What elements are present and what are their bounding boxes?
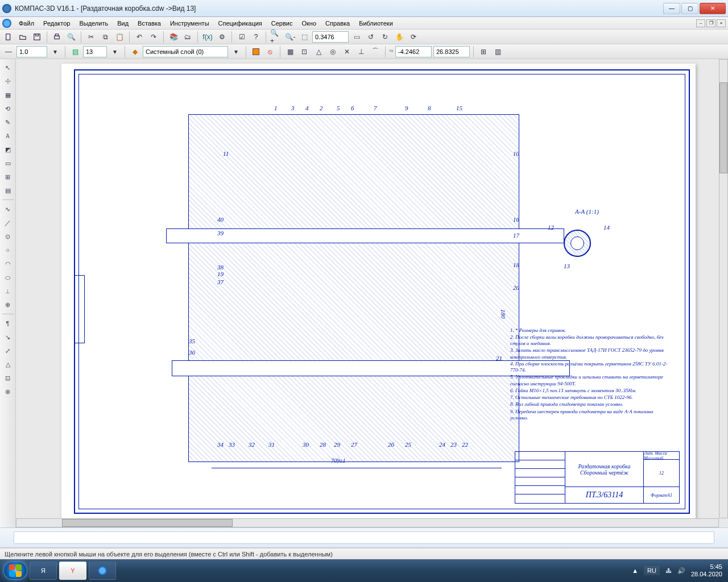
taskbar-app-yandex2[interactable]: Y [59,562,86,580]
line-width-combo[interactable] [16,46,47,57]
menu-libraries[interactable]: Библиотеки [355,19,397,28]
lt-dim-icon[interactable]: ↘ [2,331,14,343]
taskbar-app-yandex1[interactable]: Я [30,562,57,580]
taskbar-app-kompas[interactable] [89,562,116,580]
manager-button[interactable]: 🗂 [181,31,194,43]
new-doc-button[interactable] [2,31,15,43]
layer-combo[interactable] [143,46,228,57]
cut-button[interactable]: ✂ [85,31,97,43]
menu-help[interactable]: Справка [321,19,354,28]
horizontal-scrollbar[interactable] [16,518,719,527]
zoom-prev-button[interactable]: ↺ [365,31,377,43]
lt-spline-icon[interactable]: ∿ [2,203,14,215]
lt-frame-icon[interactable]: ⊡ [2,372,14,384]
help-button[interactable]: ? [250,31,262,43]
line-width-dropdown-icon[interactable]: ▾ [49,45,61,58]
lt-select-icon[interactable]: ↖ [2,61,14,74]
app-menu-icon[interactable] [2,19,11,28]
lt-edit-icon[interactable]: ✎ [2,116,14,128]
stop-button[interactable]: ⦸ [264,45,276,58]
snap-intersect-button[interactable]: ✕ [341,45,353,58]
tray-network-icon[interactable]: 🖧 [665,567,672,574]
undo-button[interactable]: ↶ [133,31,146,43]
views-button[interactable]: ▤ [69,45,81,58]
lt-circle-icon[interactable]: ○ [2,244,14,256]
snap-grid-button[interactable]: ▦ [284,45,296,58]
tray-volume-icon[interactable]: 🔊 [677,567,685,575]
mdi-restore-button[interactable]: ❐ [706,19,715,27]
pan-button[interactable]: ✋ [393,31,406,43]
lt-rect-icon[interactable]: ▭ [2,157,14,169]
refresh-button[interactable]: ⟳ [407,31,420,43]
lt-chamfer-icon[interactable]: ⊕ [2,298,14,311]
properties-button[interactable]: ⚙ [216,31,228,43]
lt-ellipse-icon[interactable]: ⬭ [2,271,14,284]
start-button[interactable] [3,562,27,580]
lt-para-icon[interactable]: ¶ [2,317,14,330]
mdi-close-button[interactable]: × [717,19,726,27]
paste-button[interactable]: 📋 [113,31,126,43]
lt-point-icon[interactable]: ⊙ [2,230,14,243]
line-style-button[interactable]: — [2,45,15,58]
view-dropdown-icon[interactable]: ▾ [109,45,121,58]
menu-view[interactable]: Вид [113,19,133,28]
lt-grid-icon[interactable]: ▦ [2,89,14,101]
tray-clock[interactable]: 5:45 28.04.2020 [691,563,722,577]
redo-button[interactable]: ↷ [147,31,160,43]
save-button[interactable] [31,31,43,43]
zoom-in-button[interactable]: 🔍+ [270,31,282,43]
print-button[interactable] [51,31,63,43]
menu-select[interactable]: Выделить [75,19,112,28]
view-number-combo[interactable] [83,46,107,57]
lt-tri-icon[interactable]: △ [2,358,14,371]
options-button[interactable]: ☑ [235,31,248,43]
lt-perp-icon[interactable]: ⟂ [2,285,14,297]
zoom-next-button[interactable]: ↻ [379,31,391,43]
menu-spec[interactable]: Спецификация [214,19,266,28]
menu-service[interactable]: Сервис [267,19,297,28]
snap-center-button[interactable]: ◎ [326,45,339,58]
ortho-button[interactable]: ⊞ [477,45,490,58]
lt-text-icon[interactable]: Ａ [2,130,14,142]
menu-edit[interactable]: Редактор [39,19,74,28]
tray-language[interactable]: RU [644,566,660,575]
zoom-window-button[interactable]: ⬚ [298,31,311,43]
open-button[interactable] [16,31,29,43]
variables-button[interactable]: f(x) [201,31,214,43]
copy-button[interactable]: ⧉ [99,31,111,43]
coord-y-input[interactable] [433,46,470,57]
layers-button[interactable]: ◆ [129,45,141,58]
menu-file[interactable]: Файл [15,19,38,28]
coord-x-input[interactable] [395,46,432,57]
property-input[interactable] [14,531,714,544]
lt-table-icon[interactable]: ⊞ [2,171,14,183]
snap-tan-button[interactable]: ⌒ [369,45,382,58]
menu-window[interactable]: Окно [297,19,320,28]
zoom-fit-button[interactable]: ▭ [350,31,363,43]
lt-line-icon[interactable]: ／ [2,217,14,229]
lt-move-icon[interactable]: ☩ [2,75,14,88]
drawing-canvas[interactable]: 1 3 4 2 5 6 7 9 8 15 11 10 40 39 38 19 [16,59,728,527]
ortho2-button[interactable]: ▥ [491,45,504,58]
window-minimize-button[interactable]: — [663,3,680,14]
snap-end-button[interactable]: ⊡ [298,45,311,58]
snap-perp-button[interactable]: ⊥ [355,45,367,58]
zoom-value-input[interactable] [312,31,349,43]
lt-leader-icon[interactable]: ⤢ [2,344,14,357]
library-button[interactable]: 📚 [167,31,180,43]
preview-button[interactable]: 🔍 [65,31,77,43]
menu-tools[interactable]: Инструменты [166,19,213,28]
lt-clear-icon[interactable]: ⊗ [2,385,14,398]
color-button[interactable] [250,45,262,58]
window-close-button[interactable]: ✕ [700,3,726,14]
window-maximize-button[interactable]: ▢ [681,3,698,14]
mdi-minimize-button[interactable]: – [696,19,705,27]
lt-layers2-icon[interactable]: ▤ [2,184,14,197]
menu-insert[interactable]: Вставка [134,19,165,28]
tray-up-icon[interactable]: ▲ [632,567,638,574]
lt-rotate-icon[interactable]: ⟲ [2,102,14,115]
lt-hatch-icon[interactable]: ◩ [2,143,14,156]
layer-dropdown-icon[interactable]: ▾ [230,45,242,58]
snap-mid-button[interactable]: △ [312,45,325,58]
lt-arc-icon[interactable]: ◠ [2,257,14,270]
